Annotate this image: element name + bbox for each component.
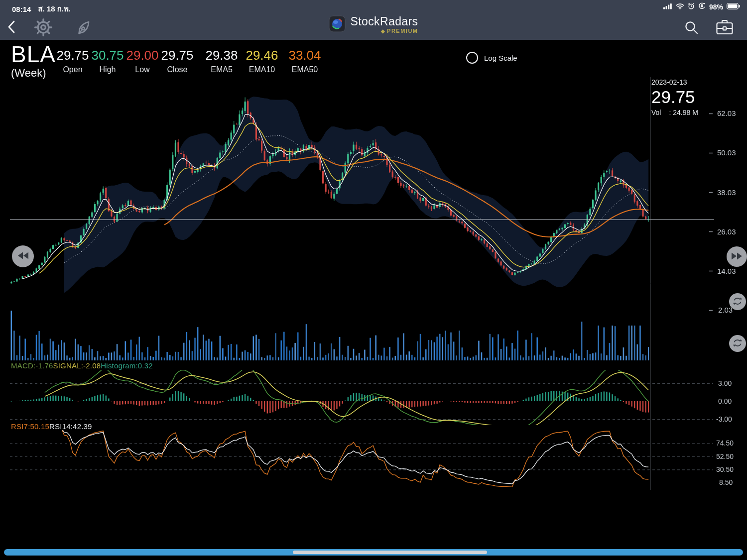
macd-axis-label: 0.00 xyxy=(718,397,732,405)
field-high: 30.75High xyxy=(92,48,124,74)
rsi-axis-label: 52.50 xyxy=(716,452,734,460)
status-date: ส. 18 ก.พ. xyxy=(38,3,71,15)
stock-timeframe: (Week) xyxy=(11,67,46,80)
field-ema5: 29.38EMA5 xyxy=(204,48,239,74)
stock-header: BLA (Week) 29.75Open 30.75High 29.00Low … xyxy=(0,41,747,81)
macd-axis-label: 3.00 xyxy=(718,379,732,387)
stockradars-logo-icon xyxy=(329,15,346,34)
app-brand: StockRadars ◆PREMIUM xyxy=(0,15,747,34)
ema5-label: EMA5 xyxy=(211,65,233,74)
auto-scale-volume-button[interactable] xyxy=(729,293,746,310)
stockradars-screen: 08:14 ส. 18 ก.พ. 98% StockRadars ◆PREMIU… xyxy=(0,0,747,560)
histogram-value: Histogram:0.32 xyxy=(101,361,153,370)
navigation-bar: 08:14 ส. 18 ก.พ. 98% StockRadars ◆PREMIU… xyxy=(0,0,747,40)
crosshair-info: 2023-02-13 29.75 Vol: 24.98 M xyxy=(651,78,698,116)
portfolio-button[interactable] xyxy=(715,18,734,38)
rewind-icon xyxy=(17,252,29,261)
ema50-value: 33.04 xyxy=(288,48,321,63)
sync-arrows-icon xyxy=(733,296,743,308)
rsi-axis-label: 30.50 xyxy=(716,465,734,473)
macd-value-labels: MACD:-1.76SIGNAL:-2.08Histogram:0.32 xyxy=(11,361,153,370)
battery-percent: 98% xyxy=(709,3,723,11)
low-label: Low xyxy=(135,65,149,74)
field-ema10: 29.46EMA10 xyxy=(242,48,282,74)
price-axis-label: 62.03 xyxy=(717,109,736,117)
macd-axis-label: -3.00 xyxy=(716,415,732,423)
rsi7-value: RSI7:50.15 xyxy=(11,422,49,431)
ema50-label: EMA50 xyxy=(292,65,318,74)
rotation-lock-icon xyxy=(698,2,706,11)
log-scale-toggle[interactable]: Log Scale xyxy=(463,51,520,64)
cellular-signal-icon xyxy=(663,2,672,11)
high-label: High xyxy=(100,65,116,74)
brand-tier-label: PREMIUM xyxy=(387,28,418,34)
price-axis-label: 50.03 xyxy=(717,148,736,157)
low-value: 29.00 xyxy=(126,48,158,63)
log-scale-label: Log Scale xyxy=(484,54,517,62)
vol-label: Vol xyxy=(651,109,661,116)
open-label: Open xyxy=(63,65,82,74)
fast-forward-icon xyxy=(731,252,743,261)
search-button[interactable] xyxy=(683,19,700,38)
open-value: 29.75 xyxy=(56,48,89,63)
ema10-label: EMA10 xyxy=(249,65,275,74)
close-value: 29.75 xyxy=(161,48,193,63)
sync-arrows-icon xyxy=(733,338,743,349)
brand-name: StockRadars xyxy=(350,16,418,27)
battery-icon xyxy=(727,2,740,11)
search-icon xyxy=(683,30,700,38)
diamond-icon: ◆ xyxy=(381,29,385,34)
scroll-right-button[interactable] xyxy=(727,246,747,267)
field-open: 29.75Open xyxy=(57,48,89,74)
price-axis-label: 26.03 xyxy=(717,227,736,236)
stock-symbol: BLA xyxy=(11,41,56,68)
radio-circle-icon xyxy=(466,52,478,64)
macd-value: MACD:-1.76 xyxy=(11,361,53,370)
scroll-left-button[interactable] xyxy=(12,245,34,267)
chart-canvas[interactable] xyxy=(0,0,747,560)
rsi-axis-label: 8.50 xyxy=(719,478,733,486)
field-low: 29.00Low xyxy=(126,48,158,74)
ema5-value: 29.38 xyxy=(205,48,238,63)
status-time: 08:14 xyxy=(12,5,31,13)
auto-scale-macd-button[interactable] xyxy=(729,335,746,352)
signal-value: SIGNAL:-2.08 xyxy=(53,361,101,370)
price-axis-label: 38.03 xyxy=(717,188,736,197)
price-axis-label: 14.03 xyxy=(717,267,736,275)
briefcase-icon xyxy=(715,30,734,38)
vol-value: : 24.98 M xyxy=(669,109,698,116)
toolbar: StockRadars ◆PREMIUM xyxy=(0,14,747,40)
ema10-value: 29.46 xyxy=(246,48,278,63)
high-value: 30.75 xyxy=(91,48,124,63)
wifi-icon xyxy=(676,2,684,11)
alarm-clock-icon xyxy=(688,2,695,11)
field-ema50: 33.04EMA50 xyxy=(285,48,325,74)
rsi-axis-label: 74.50 xyxy=(716,439,734,447)
rsi-value-labels: RSI7:50.15RSI14:42.39 xyxy=(11,422,92,431)
field-close: 29.75Close xyxy=(161,48,193,74)
crosshair-price: 29.75 xyxy=(651,87,698,107)
home-indicator[interactable] xyxy=(293,551,487,554)
status-bar: 08:14 ส. 18 ก.พ. 98% xyxy=(0,0,747,14)
rsi14-value: RSI14:42.39 xyxy=(49,422,92,431)
ohlc-fields: 29.75Open 30.75High 29.00Low 29.75Close … xyxy=(57,48,328,74)
close-label: Close xyxy=(167,65,188,74)
